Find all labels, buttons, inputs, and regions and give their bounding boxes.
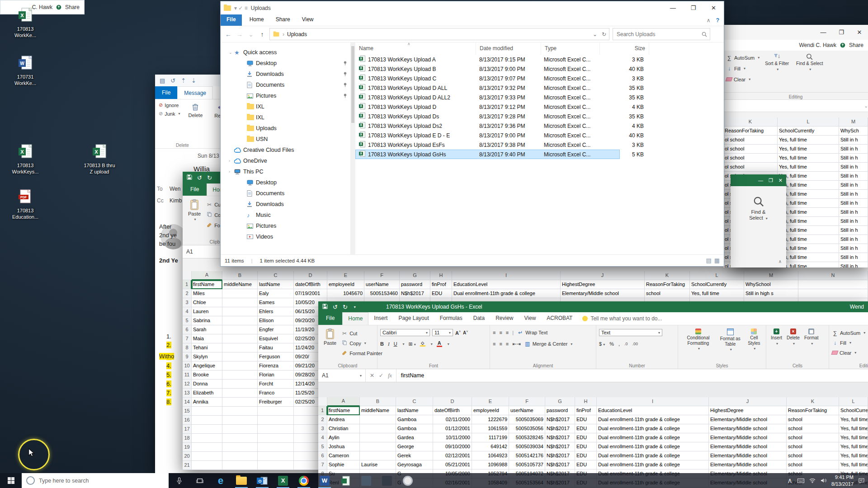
sidebar-item-downloads[interactable]: Downloads — [221, 199, 355, 210]
cell-K1[interactable]: ReasonForTaking — [787, 406, 839, 415]
cell-F5[interactable]: 5005039034 — [509, 442, 545, 451]
cell[interactable]: Yes, full time — [778, 235, 839, 244]
touch-keyboard-icon[interactable] — [797, 479, 804, 483]
column-header-L[interactable]: L — [839, 397, 868, 406]
taskbar-clock[interactable]: 9:41 PM 8/13/2017 — [831, 474, 854, 487]
action-center-icon[interactable] — [859, 478, 864, 483]
cell-A2[interactable]: Miles — [192, 289, 222, 298]
taskbar-app-explorer[interactable] — [231, 473, 252, 488]
cell-J2[interactable]: Elementary/Middle school — [709, 415, 787, 424]
start-button[interactable] — [0, 473, 22, 488]
cell-I5[interactable]: Dual enrollment-11th grade & college — [597, 442, 709, 451]
row-header-16[interactable]: 16 — [183, 416, 192, 425]
column-header-I[interactable]: I — [452, 271, 561, 280]
column-header-E[interactable]: E — [472, 397, 509, 406]
cell-G1[interactable]: password — [400, 280, 430, 289]
taskbar-app-app4[interactable] — [397, 473, 418, 488]
cell[interactable]: Still in h — [839, 262, 868, 267]
cell-E7[interactable]: 1096988 — [472, 460, 509, 469]
file-row[interactable]: X170813 WorkKeys Upload B8/13/2017 9:00 … — [355, 64, 620, 74]
cell-B12[interactable] — [222, 380, 258, 389]
cell-N1[interactable] — [798, 280, 868, 289]
cell-C12[interactable]: Forcht — [258, 380, 294, 389]
row-header-10[interactable]: 10 — [183, 361, 192, 371]
cell[interactable]: Still in h — [839, 136, 868, 145]
cell-E4[interactable]: 1117199 — [472, 433, 509, 442]
column-header-D[interactable]: D — [294, 271, 327, 280]
cell-A7[interactable]: Maia — [192, 334, 222, 343]
borders-button[interactable]: ⊞▾ — [409, 341, 416, 347]
column-header-G[interactable]: G — [545, 397, 575, 406]
formula-bar-value[interactable]: firstName — [396, 372, 429, 379]
column-header-date-modified[interactable]: Date modified — [476, 42, 541, 55]
format-cells-button[interactable]: ▦Format▾ — [802, 328, 821, 361]
taskbar-app-outlook[interactable]: O — [252, 473, 273, 488]
cell-F4[interactable]: 5005328245 — [509, 433, 545, 442]
cell-J1[interactable]: HighestDegree — [561, 280, 645, 289]
row-header-4[interactable]: 4 — [318, 433, 327, 442]
row-header-6[interactable]: 6 — [318, 451, 327, 460]
cell-C15[interactable] — [258, 407, 294, 416]
cell[interactable]: Still in h — [839, 154, 868, 163]
cell[interactable]: Still in h — [839, 172, 868, 181]
cell-G2[interactable]: N$h$2017 — [545, 415, 575, 424]
cell[interactable]: ReasonForTaking — [723, 127, 778, 136]
cell-B6[interactable] — [360, 451, 396, 460]
row-header-11[interactable]: 11 — [183, 371, 192, 380]
row-header-1[interactable]: 1 — [183, 280, 192, 289]
cell-C5[interactable]: George — [396, 442, 433, 451]
cell-L7[interactable]: Yes, full time — [839, 460, 868, 469]
cell-J3[interactable]: Elementary/Middle school — [709, 424, 787, 433]
sidebar-item-documents[interactable]: Documents — [221, 80, 355, 90]
sidebar-item-documents[interactable]: Documents — [221, 188, 355, 199]
tab-acrobat[interactable]: ACROBAT — [541, 312, 578, 325]
underline-button[interactable]: U — [394, 341, 397, 347]
minimize-button[interactable]: — — [815, 25, 832, 40]
column-header-H[interactable]: H — [575, 397, 597, 406]
cell[interactable]: Yes, full time — [778, 190, 839, 199]
row-header-18[interactable]: 18 — [183, 434, 192, 443]
qat-icons[interactable]: ▾ ✓ ≡ — [234, 5, 248, 11]
cell[interactable]: Yes, full time — [778, 154, 839, 163]
cell-B4[interactable] — [222, 307, 258, 316]
cell-C17[interactable] — [258, 425, 294, 434]
cell-E2[interactable]: 1222679 — [472, 415, 509, 424]
desktop-icon-2[interactable]: W170731 WorkKe... — [4, 55, 47, 87]
file-row[interactable]: X170813 WorkKeys Upload A8/13/2017 9:15 … — [355, 55, 620, 64]
search-input[interactable] — [616, 31, 700, 38]
cell-D2[interactable]: 07/19/2001 — [294, 289, 327, 298]
insert-cells-button[interactable]: +Insert▾ — [769, 328, 784, 361]
tab-view[interactable]: View — [519, 312, 542, 325]
refresh-icon[interactable]: ↻ — [602, 31, 606, 38]
menu-home[interactable]: Home — [244, 14, 270, 26]
delete-cells-button[interactable]: ×Delete▾ — [785, 328, 802, 361]
sidebar-item-uploads[interactable]: Uploads — [221, 123, 355, 134]
file-row[interactable]: X170813 WorkKeys Upload D ALL28/13/2017 … — [355, 93, 620, 102]
sidebar-item-ixl[interactable]: IXL — [221, 101, 355, 112]
cell-L4[interactable]: Yes, full time — [839, 433, 868, 442]
font-color-button[interactable]: A — [437, 341, 442, 347]
network-icon[interactable] — [809, 478, 816, 483]
maximize-button[interactable]: ❐ — [833, 25, 850, 40]
align-top-icon[interactable]: ≡ — [493, 330, 495, 335]
row-header-20[interactable]: 20 — [183, 452, 192, 461]
cell-G1[interactable]: password — [545, 406, 575, 415]
cell[interactable]: Still in h — [839, 226, 868, 235]
cell-I2[interactable]: Dual enrollment-11th grade & college — [597, 415, 709, 424]
increase-decimal-button[interactable]: .0 — [624, 342, 628, 346]
cell-K1[interactable]: ReasonForTaking — [645, 280, 690, 289]
cell[interactable]: Yes, full time — [778, 253, 839, 262]
sidebar-item-quick-access[interactable]: ⌄★Quick access — [221, 47, 355, 58]
sort-filter-button[interactable]: Sort & Filter▾ — [763, 52, 791, 90]
cut-button[interactable]: ✂Cut — [341, 329, 382, 338]
align-left-icon[interactable]: ≡ — [493, 341, 495, 347]
cell-F3[interactable]: 5005035056 — [509, 424, 545, 433]
collapse-ribbon-icon[interactable]: ∧ — [707, 17, 711, 23]
cell-A4[interactable]: Aylin — [327, 433, 360, 442]
cell-B6[interactable] — [222, 325, 258, 334]
row-header-3[interactable]: 3 — [183, 298, 192, 307]
cell-A1[interactable]: firstName — [192, 280, 222, 289]
cell-G4[interactable]: N$h$2017 — [545, 433, 575, 442]
cell-A4[interactable]: Lauren — [192, 307, 222, 316]
cell-B4[interactable] — [360, 433, 396, 442]
